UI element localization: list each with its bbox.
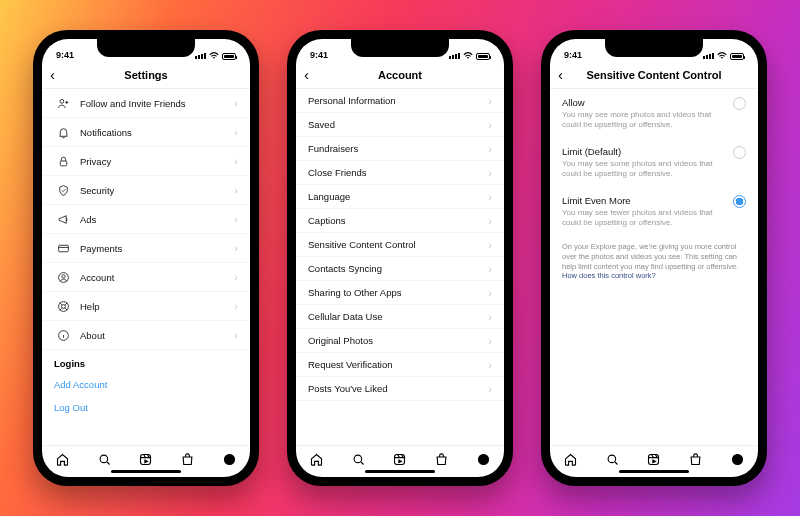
account-item[interactable]: Posts You've Liked› <box>296 377 504 401</box>
account-item[interactable]: Fundraisers› <box>296 137 504 161</box>
settings-item-help[interactable]: Help › <box>42 292 250 321</box>
settings-item-about[interactable]: About › <box>42 321 250 350</box>
battery-icon <box>222 53 236 60</box>
chevron-right-icon: › <box>234 242 238 254</box>
scc-info: On your Explore page, we're giving you m… <box>550 236 758 287</box>
settings-item-ads[interactable]: Ads › <box>42 205 250 234</box>
account-item-label: Personal Information <box>308 95 396 106</box>
chevron-right-icon: › <box>234 155 238 167</box>
account-item-label: Sensitive Content Control <box>308 239 416 250</box>
account-item[interactable]: Sensitive Content Control› <box>296 233 504 257</box>
chevron-right-icon: › <box>488 311 492 323</box>
signal-icon <box>195 53 206 59</box>
scc-option-allow[interactable]: Allow You may see more photos and videos… <box>550 89 758 138</box>
radio-button[interactable] <box>733 97 746 110</box>
chevron-right-icon: › <box>234 126 238 138</box>
account-item[interactable]: Captions› <box>296 209 504 233</box>
svg-rect-1 <box>60 160 67 165</box>
tab-profile[interactable] <box>476 452 491 471</box>
account-item-label: Sharing to Other Apps <box>308 287 401 298</box>
settings-item-privacy[interactable]: Privacy › <box>42 147 250 176</box>
chevron-right-icon: › <box>488 263 492 275</box>
settings-item-label: Follow and Invite Friends <box>80 98 186 109</box>
phone-settings: 9:41 ‹ Settings Follow and Invite Friend… <box>33 30 259 486</box>
tab-search[interactable] <box>97 452 112 471</box>
home-indicator[interactable] <box>111 470 181 473</box>
tab-home[interactable] <box>309 452 324 471</box>
chevron-right-icon: › <box>488 95 492 107</box>
chevron-right-icon: › <box>234 184 238 196</box>
tab-home[interactable] <box>563 452 578 471</box>
settings-item-follow-invite[interactable]: Follow and Invite Friends › <box>42 89 250 118</box>
battery-icon <box>476 53 490 60</box>
tab-profile[interactable] <box>730 452 745 471</box>
tab-shop[interactable] <box>180 452 195 471</box>
tab-home[interactable] <box>55 452 70 471</box>
account-item[interactable]: Saved› <box>296 113 504 137</box>
settings-item-payments[interactable]: Payments › <box>42 234 250 263</box>
account-item[interactable]: Language› <box>296 185 504 209</box>
account-list[interactable]: Personal Information›Saved›Fundraisers›C… <box>296 89 504 445</box>
add-account-link[interactable]: Add Account <box>42 373 250 396</box>
option-label: Allow <box>562 97 717 108</box>
account-item[interactable]: Close Friends› <box>296 161 504 185</box>
chevron-right-icon: › <box>488 119 492 131</box>
svg-point-13 <box>478 455 488 465</box>
lock-icon <box>54 154 72 168</box>
settings-list[interactable]: Follow and Invite Friends › Notification… <box>42 89 250 445</box>
settings-item-security[interactable]: Security › <box>42 176 250 205</box>
card-icon <box>54 241 72 255</box>
shield-icon <box>54 183 72 197</box>
settings-item-label: Help <box>80 301 100 312</box>
scc-option-limit-even-more[interactable]: Limit Even More You may see fewer photos… <box>550 187 758 236</box>
tab-search[interactable] <box>605 452 620 471</box>
option-subtitle: You may see some photos and videos that … <box>562 159 717 179</box>
account-item-label: Contacts Syncing <box>308 263 382 274</box>
phone-scc: 9:41 ‹ Sensitive Content Control Allow Y… <box>541 30 767 486</box>
tab-shop[interactable] <box>688 452 703 471</box>
status-time: 9:41 <box>564 50 582 60</box>
settings-item-notifications[interactable]: Notifications › <box>42 118 250 147</box>
account-item[interactable]: Original Photos› <box>296 329 504 353</box>
back-button[interactable]: ‹ <box>50 66 55 83</box>
back-button[interactable]: ‹ <box>304 66 309 83</box>
scc-option-limit[interactable]: Limit (Default) You may see some photos … <box>550 138 758 187</box>
account-item-label: Captions <box>308 215 346 226</box>
account-item-label: Original Photos <box>308 335 373 346</box>
tab-profile[interactable] <box>222 452 237 471</box>
settings-item-label: Ads <box>80 214 96 225</box>
account-item[interactable]: Request Verification› <box>296 353 504 377</box>
home-indicator[interactable] <box>619 470 689 473</box>
svg-point-10 <box>224 455 234 465</box>
header: ‹ Settings <box>42 61 250 89</box>
account-item[interactable]: Personal Information› <box>296 89 504 113</box>
account-item[interactable]: Sharing to Other Apps› <box>296 281 504 305</box>
radio-button-selected[interactable] <box>733 195 746 208</box>
tab-reels[interactable] <box>138 452 153 471</box>
tab-reels[interactable] <box>392 452 407 471</box>
radio-button[interactable] <box>733 146 746 159</box>
account-item[interactable]: Contacts Syncing› <box>296 257 504 281</box>
person-circle-icon <box>54 270 72 284</box>
svg-rect-15 <box>649 455 659 465</box>
svg-point-0 <box>59 99 63 103</box>
scc-info-link[interactable]: How does this control work? <box>562 271 656 280</box>
svg-rect-12 <box>395 455 405 465</box>
wifi-icon <box>463 52 473 60</box>
page-title: Sensitive Content Control <box>586 69 721 81</box>
tab-shop[interactable] <box>434 452 449 471</box>
log-out-link[interactable]: Log Out <box>42 396 250 419</box>
account-item[interactable]: Cellular Data Use› <box>296 305 504 329</box>
settings-item-label: Notifications <box>80 127 132 138</box>
settings-item-account[interactable]: Account › <box>42 263 250 292</box>
tab-reels[interactable] <box>646 452 661 471</box>
svg-point-16 <box>732 455 742 465</box>
tab-search[interactable] <box>351 452 366 471</box>
home-indicator[interactable] <box>365 470 435 473</box>
back-button[interactable]: ‹ <box>558 66 563 83</box>
page-title: Account <box>378 69 422 81</box>
lifebuoy-icon <box>54 299 72 313</box>
option-subtitle: You may see more photos and videos that … <box>562 110 717 130</box>
status-time: 9:41 <box>56 50 74 60</box>
settings-item-label: Account <box>80 272 114 283</box>
